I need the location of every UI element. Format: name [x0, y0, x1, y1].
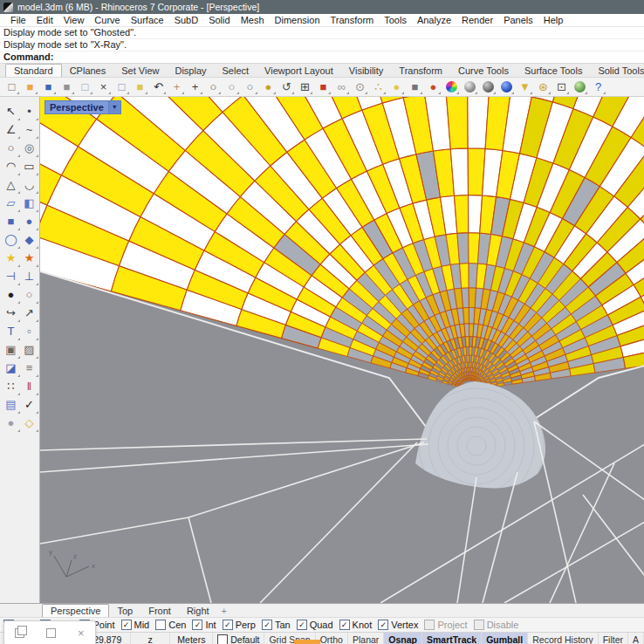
control-points-on-icon[interactable]: •	[20, 102, 38, 120]
osnap-knot[interactable]: ✓Knot	[339, 620, 373, 630]
circle-tool-icon[interactable]: ○	[2, 139, 20, 157]
adjust-end-icon[interactable]: ↗	[20, 304, 38, 322]
link-icon[interactable]: ∞	[333, 79, 350, 95]
toolbar-tab-set-view[interactable]: Set View	[113, 65, 167, 77]
viewport-canvas[interactable]: yxz	[40, 97, 644, 603]
filter-funnel-icon[interactable]: ▼	[517, 79, 533, 95]
sphere-tool-icon[interactable]: ●	[20, 212, 38, 230]
stairs-icon[interactable]: ≡	[20, 359, 38, 377]
status-toggle-a[interactable]: A	[628, 633, 644, 644]
osnap-vertex-checkbox[interactable]: ✓	[378, 620, 388, 630]
array-tool-icon[interactable]: ∷	[2, 377, 20, 395]
menu-help[interactable]: Help	[538, 15, 569, 25]
osnap-disable[interactable]: Disable	[474, 620, 519, 630]
toolbar-tab-curve-tools[interactable]: Curve Tools	[450, 65, 517, 77]
export-icon[interactable]: □	[77, 79, 93, 95]
fillet-tool-icon[interactable]: ○	[20, 285, 38, 304]
menu-solid[interactable]: Solid	[203, 15, 235, 25]
help-icon[interactable]: ?	[590, 79, 606, 95]
toolbar-tab-standard[interactable]: Standard	[5, 64, 62, 77]
menu-panels[interactable]: Panels	[498, 15, 538, 25]
toolbar-tab-cplanes[interactable]: CPlanes	[62, 65, 114, 77]
deform-tool-icon[interactable]: ◆	[20, 230, 38, 249]
toolbar-tab-transform[interactable]: Transform	[391, 65, 450, 77]
select-arrow-icon[interactable]: ↖	[2, 102, 20, 120]
viewport-title[interactable]: Perspective ▼	[45, 100, 121, 114]
pages-tool-icon[interactable]: ▤	[2, 395, 20, 414]
osnap-project-checkbox[interactable]	[424, 620, 435, 630]
viewport-tab-front[interactable]: Front	[140, 605, 179, 617]
status-toggle-filter[interactable]: Filter	[599, 633, 628, 644]
zoom-extents-icon[interactable]: ○	[205, 79, 222, 95]
shapes-gray-icon[interactable]: ●	[2, 414, 20, 432]
mesh-cube-icon[interactable]: ◪	[2, 359, 20, 377]
move-icon[interactable]: +	[187, 79, 203, 95]
osnap-vertex[interactable]: ✓Vertex	[378, 620, 418, 630]
check-tool-icon[interactable]: ✓	[20, 395, 38, 414]
osnap-project[interactable]: Project	[424, 620, 467, 630]
cut-icon[interactable]: ×	[95, 79, 112, 95]
point-object-icon[interactable]: ▫	[20, 322, 38, 340]
surface-curved-icon[interactable]: ◧	[20, 194, 38, 212]
viewport-tab-perspective[interactable]: Perspective	[42, 604, 109, 617]
viewport-title-label[interactable]: Perspective	[45, 100, 109, 114]
record-history-icon[interactable]: ⊙	[352, 79, 368, 95]
freeform-curve-icon[interactable]: ◡	[20, 175, 38, 194]
arc-tool-icon[interactable]: ◠	[2, 157, 20, 175]
boolean-burst-icon[interactable]: ★	[20, 249, 38, 267]
split-tool-icon[interactable]: ⊥	[20, 267, 38, 285]
column-tool-icon[interactable]: ‖	[20, 377, 38, 395]
status-toggle-smarttrack[interactable]: SmartTrack	[422, 633, 482, 644]
osnap-cen-checkbox[interactable]	[155, 620, 166, 630]
viewport-title-dropdown chevron-down-icon[interactable]: ▼	[109, 100, 121, 114]
color-wheel-icon[interactable]	[443, 79, 460, 95]
close-icon[interactable]: ×	[78, 627, 85, 639]
rotate-view-icon[interactable]: ↺	[278, 79, 295, 95]
rectangle-tool-icon[interactable]: ▭	[20, 157, 38, 175]
pan-hand-icon[interactable]: +	[168, 79, 185, 95]
status-units[interactable]: Meters	[170, 633, 213, 644]
layer-color-swatch[interactable]	[217, 634, 228, 644]
status-layer[interactable]: Default	[213, 633, 264, 644]
text-tool-icon[interactable]: T	[2, 322, 20, 340]
print-icon[interactable]: ■	[58, 79, 75, 95]
ellipse-tool-icon[interactable]: ◎	[20, 139, 38, 157]
toolbar-tab-surface-tools[interactable]: Surface Tools	[517, 65, 590, 77]
viewport-tab-top[interactable]: Top	[109, 605, 140, 617]
osnap-disable-checkbox[interactable]	[474, 620, 484, 630]
zoom-selected-icon[interactable]: ●	[260, 79, 277, 95]
surface-3pt-icon[interactable]: ▱	[2, 194, 20, 212]
curve-control-points-icon[interactable]: ~	[20, 120, 38, 139]
menu-edit[interactable]: Edit	[31, 15, 58, 25]
menu-subd[interactable]: SubD	[169, 15, 204, 25]
block-insert-icon[interactable]: ▣	[2, 340, 20, 359]
menu-file[interactable]: File	[5, 15, 31, 25]
status-toggle-osnap[interactable]: Osnap	[384, 633, 422, 644]
menu-dimension[interactable]: Dimension	[270, 15, 325, 25]
osnap-mid-checkbox[interactable]: ✓	[121, 620, 132, 630]
status-toggle-record-history[interactable]: Record History	[528, 633, 598, 644]
web-globe-icon[interactable]	[572, 79, 588, 95]
trim-tool-icon[interactable]: ⊣	[2, 267, 20, 285]
osnap-knot-checkbox[interactable]: ✓	[339, 620, 350, 630]
menu-render[interactable]: Render	[456, 15, 498, 25]
polygon-tool-icon[interactable]: △	[2, 175, 20, 194]
menu-view[interactable]: View	[58, 15, 90, 25]
osnap-tan[interactable]: ✓Tan	[262, 620, 291, 630]
menu-surface[interactable]: Surface	[126, 15, 169, 25]
status-toggle-ortho[interactable]: Ortho	[316, 633, 348, 644]
render-sphere-dark-icon[interactable]	[480, 79, 497, 95]
menu-transform[interactable]: Transform	[325, 15, 380, 25]
command-prompt[interactable]: Command:	[0, 51, 644, 64]
torus-tool-icon[interactable]: ◯	[2, 230, 20, 249]
lock-objects-icon[interactable]: ■	[407, 79, 423, 95]
viewport-layout-icon[interactable]: ⊞	[297, 79, 313, 95]
osnap-perp-checkbox[interactable]: ✓	[223, 620, 233, 630]
menu-tools[interactable]: Tools	[379, 15, 412, 25]
osnap-quad-checkbox[interactable]: ✓	[297, 620, 307, 630]
osnap-int-checkbox[interactable]: ✓	[192, 620, 202, 630]
hide-objects-icon[interactable]: ■	[315, 79, 332, 95]
copy-icon[interactable]: □	[113, 79, 130, 95]
extend-curve-icon[interactable]: ↪	[2, 304, 20, 322]
render-sphere-blue-icon[interactable]	[498, 79, 515, 95]
